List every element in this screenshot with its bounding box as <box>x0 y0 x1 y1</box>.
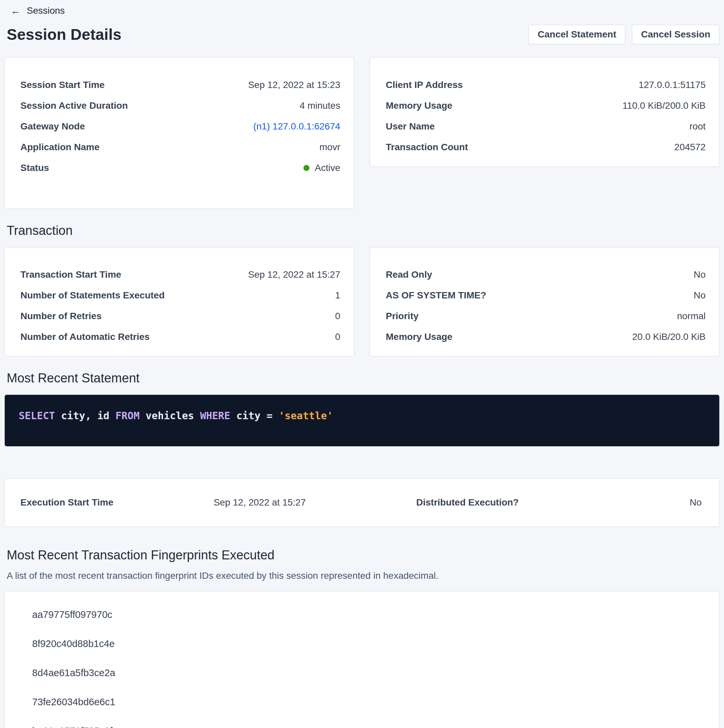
summary-value: root <box>690 121 706 132</box>
sql-token-keyword: WHERE <box>200 410 230 422</box>
summary-value: Sep 12, 2022 at 15:27 <box>213 497 306 508</box>
summary-value: 0 <box>335 311 340 321</box>
summary-row: Transaction Start TimeSep 12, 2022 at 15… <box>20 264 340 285</box>
summary-value: 1 <box>335 290 340 301</box>
summary-value: No <box>693 269 706 280</box>
title-row: Session Details Cancel Statement Cancel … <box>5 25 719 44</box>
summary-row: Session Start TimeSep 12, 2022 at 15:23 <box>20 75 340 95</box>
summary-label: Client IP Address <box>386 80 463 90</box>
transaction-section: Transaction Start TimeSep 12, 2022 at 15… <box>5 247 719 356</box>
summary-row: Distributed Execution? No <box>416 492 702 513</box>
summary-value: 20.0 KiB/20.0 KiB <box>632 332 706 342</box>
summary-value: No <box>693 290 706 301</box>
summary-row: Client IP Address127.0.0.1:51175 <box>386 75 706 95</box>
summary-row: Memory Usage110.0 KiB/200.0 KiB <box>386 95 706 116</box>
cancel-session-button[interactable]: Cancel Session <box>632 25 719 44</box>
transaction-section-heading: Transaction <box>7 223 719 238</box>
session-summary-section: Session Start TimeSep 12, 2022 at 15:23S… <box>5 58 719 209</box>
status-badge: Active <box>303 163 340 173</box>
fingerprints-section-heading: Most Recent Transaction Fingerprints Exe… <box>7 548 719 563</box>
summary-label: Session Start Time <box>20 80 105 90</box>
transaction-info-card: Transaction Start TimeSep 12, 2022 at 15… <box>5 247 354 356</box>
sql-token-string: 'seattle' <box>279 410 333 422</box>
summary-label: Execution Start Time <box>20 497 113 508</box>
sql-token-plain: city = <box>230 410 279 422</box>
summary-row: Number of Automatic Retries0 <box>20 327 340 347</box>
sql-token-plain: vehicles <box>139 410 200 422</box>
summary-value: normal <box>677 311 706 321</box>
breadcrumb-label[interactable]: Sessions <box>27 5 65 16</box>
summary-label: Memory Usage <box>386 100 452 111</box>
summary-value: 204572 <box>675 142 706 153</box>
summary-row: AS OF SYSTEM TIME?No <box>386 285 706 306</box>
transaction-props-card: Read OnlyNoAS OF SYSTEM TIME?NoPriorityn… <box>370 247 719 356</box>
summary-row: Gateway Node(n1) 127.0.0.1:62674 <box>20 116 340 137</box>
summary-label: Transaction Start Time <box>20 269 121 280</box>
summary-label: Gateway Node <box>20 121 85 132</box>
fingerprint-item: 73fe26034bd6e6c1 <box>20 688 706 717</box>
summary-row: User Nameroot <box>386 116 706 137</box>
summary-label: User Name <box>386 121 435 132</box>
summary-label: Read Only <box>386 269 432 280</box>
summary-value: No <box>690 497 702 508</box>
summary-label: Session Active Duration <box>20 100 128 111</box>
summary-row: Number of Statements Executed1 <box>20 285 340 306</box>
summary-value: Sep 12, 2022 at 15:23 <box>248 80 340 90</box>
summary-row: Application Namemovr <box>20 137 340 158</box>
gateway-node-link[interactable]: (n1) 127.0.0.1:62674 <box>253 121 340 132</box>
summary-value: movr <box>320 142 340 153</box>
summary-label: Application Name <box>20 142 99 153</box>
back-arrow-icon[interactable]: ← <box>11 6 21 16</box>
session-info-card: Session Start TimeSep 12, 2022 at 15:23S… <box>5 58 354 209</box>
summary-value: Sep 12, 2022 at 15:27 <box>248 269 340 280</box>
summary-label: Number of Retries <box>20 311 102 321</box>
summary-row: StatusActive <box>20 158 340 178</box>
active-status-dot-icon <box>303 165 309 171</box>
summary-row: Transaction Count204572 <box>386 137 706 158</box>
status-text: Active <box>315 163 340 173</box>
summary-label: Distributed Execution? <box>416 497 519 508</box>
summary-label: Status <box>20 163 49 173</box>
cancel-statement-button[interactable]: Cancel Statement <box>529 25 625 44</box>
statement-section-heading: Most Recent Statement <box>7 371 719 385</box>
summary-value: 0 <box>335 332 340 342</box>
fingerprint-item: be06e9570f785c9f <box>20 717 706 728</box>
sql-statement-box: SELECT city, id FROM vehicles WHERE city… <box>5 395 719 446</box>
breadcrumb[interactable]: ← Sessions <box>5 5 65 16</box>
fingerprint-item: aa79775ff097970c <box>20 600 706 629</box>
summary-label: Memory Usage <box>386 332 452 342</box>
summary-row: Session Active Duration4 minutes <box>20 95 340 116</box>
summary-row: Prioritynormal <box>386 306 706 327</box>
summary-value: 110.0 KiB/200.0 KiB <box>622 100 706 111</box>
sql-token-keyword: SELECT <box>19 410 55 422</box>
fingerprints-card: aa79775ff097970c8f920c40d88b1c4e8d4ae61a… <box>5 591 719 728</box>
summary-row: Execution Start Time Sep 12, 2022 at 15:… <box>20 492 306 513</box>
summary-row: Read OnlyNo <box>386 264 706 285</box>
client-info-card: Client IP Address127.0.0.1:51175Memory U… <box>370 58 719 167</box>
sql-token-plain: city, id <box>55 410 115 422</box>
summary-row: Memory Usage20.0 KiB/20.0 KiB <box>386 327 706 347</box>
summary-label: Priority <box>386 311 419 321</box>
summary-row: Number of Retries0 <box>20 306 340 327</box>
page-title: Session Details <box>7 25 121 43</box>
sql-token-keyword: FROM <box>115 410 139 422</box>
execution-card: Execution Start Time Sep 12, 2022 at 15:… <box>5 479 719 527</box>
summary-label: Number of Statements Executed <box>20 290 165 301</box>
fingerprint-item: 8f920c40d88b1c4e <box>20 629 706 658</box>
summary-label: AS OF SYSTEM TIME? <box>386 290 486 301</box>
fingerprints-description: A list of the most recent transaction fi… <box>7 570 719 581</box>
session-details-page: ← Sessions Session Details Cancel Statem… <box>0 0 724 728</box>
summary-value: 4 minutes <box>300 100 340 111</box>
fingerprint-item: 8d4ae61a5fb3ce2a <box>20 658 706 688</box>
summary-label: Number of Automatic Retries <box>20 332 150 342</box>
summary-value: 127.0.0.1:51175 <box>639 80 706 90</box>
header-actions: Cancel Statement Cancel Session <box>529 25 719 44</box>
summary-label: Transaction Count <box>386 142 468 153</box>
